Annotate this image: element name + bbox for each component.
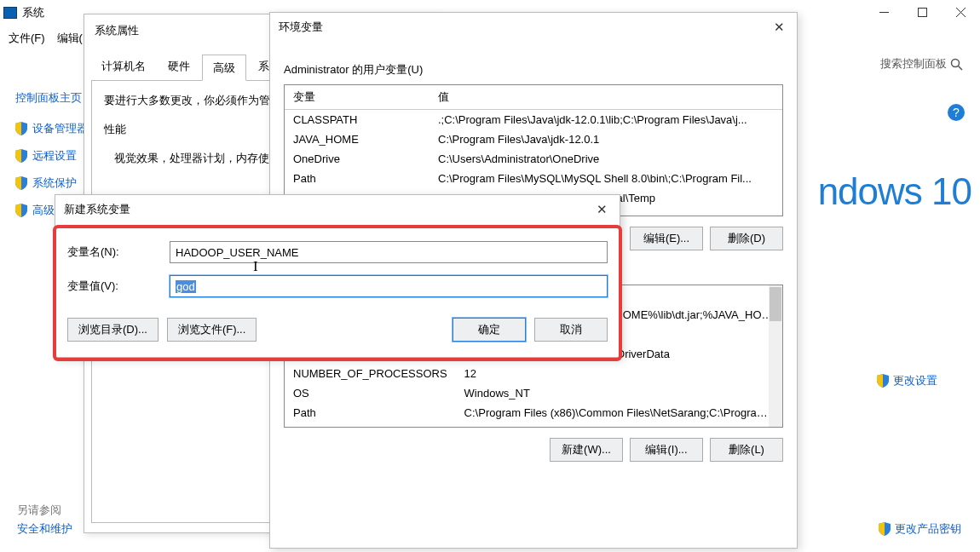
shield-icon [15,149,27,163]
browse-file-button[interactable]: 浏览文件(F)... [167,318,257,342]
var-value-cell: C:\Program Files (x86)\Common Files\NetS… [456,403,782,423]
edit-user-var-button[interactable]: 编辑(E)... [630,227,703,250]
windows-10-branding: ndows 10 [818,170,971,213]
col-val[interactable]: 值 [429,85,782,110]
search-placeholder: 搜索控制面板 [880,56,947,72]
tab-computer-name[interactable]: 计算机名 [91,54,156,80]
search-icon [950,58,963,71]
new-system-variable-dialog: 新建系统变量 ✕ 变量名(N): 变量值(V): god 浏览目录(D)... … [55,194,620,358]
table-row[interactable]: JAVA_HOMEC:\Program Files\Java\jdk-12.0.… [285,129,782,149]
see-also-label: 另请参阅 [17,503,61,518]
var-value-cell: C:\Program Files\MySQL\MySQL Shell 8.0\b… [429,169,782,188]
help-icon[interactable]: ? [948,104,965,121]
table-row[interactable]: PathC:\Program Files (x86)\Common Files\… [285,403,782,423]
change-settings-link[interactable]: 更改设置 [877,373,937,388]
tab-hardware[interactable]: 硬件 [158,54,200,80]
var-name-input[interactable] [170,241,608,263]
var-name-cell: Path [285,169,429,188]
var-name-cell: OS [285,383,456,403]
svg-rect-1 [919,8,927,16]
var-value-label: 变量值(V): [67,279,170,294]
cancel-button[interactable]: 取消 [534,318,608,342]
menu-file[interactable]: 文件(F) [9,31,45,46]
env-var-title: 环境变量 [279,20,323,35]
user-vars-label: Administrator 的用户变量(U) [284,62,783,78]
var-value-cell: C:\Users\Administrator\OneDrive [429,149,782,169]
var-value-cell: 12 [456,364,782,383]
var-name-cell: JAVA_HOME [285,129,429,149]
new-sys-var-button[interactable]: 新建(W)... [550,438,623,462]
svg-point-4 [952,59,960,66]
table-row[interactable]: PathC:\Program Files\MySQL\MySQL Shell 8… [285,169,782,188]
var-name-label: 变量名(N): [67,244,170,260]
table-row[interactable]: OSWindows_NT [285,383,782,403]
system-title: 系统 [22,5,44,20]
var-name-cell: Path [285,403,456,423]
edit-sys-var-button[interactable]: 编辑(I)... [630,438,703,462]
tab-advanced[interactable]: 高级 [202,55,246,81]
search-box[interactable]: 搜索控制面板 [880,56,963,72]
table-row[interactable]: CLASSPATH.;C:\Program Files\Java\jdk-12.… [285,110,782,130]
var-name-cell: CLASSPATH [285,110,429,130]
var-value-cell: C:\Program Files\Java\jdk-12.0.1 [429,129,782,149]
var-value-cell: Windows_NT [456,383,782,403]
close-icon[interactable]: ✕ [770,20,788,35]
table-row[interactable]: NUMBER_OF_PROCESSORS12 [285,364,782,383]
shield-icon [877,374,889,388]
close-icon[interactable]: ✕ [593,202,611,217]
scrollbar-thumb[interactable] [770,287,781,321]
svg-line-5 [959,66,963,70]
system-icon [3,7,17,19]
sidebar-item-label: 设备管理器 [32,121,88,136]
text-cursor-icon: I [253,258,258,275]
table-row[interactable]: OneDriveC:\Users\Administrator\OneDrive [285,149,782,169]
security-maintenance-link[interactable]: 安全和维护 [17,521,72,537]
shield-icon [15,122,27,135]
change-product-key-link[interactable]: 更改产品密钥 [879,521,961,537]
newvar-title: 新建系统变量 [64,202,130,217]
sidebar-item-label: 远程设置 [32,148,77,164]
minimize-button[interactable] [865,0,903,24]
var-value-text: god [176,280,196,293]
scrollbar[interactable] [769,285,782,427]
close-button[interactable] [942,0,980,24]
var-name-cell: OneDrive [285,149,429,169]
browse-dir-button[interactable]: 浏览目录(D)... [67,318,159,342]
var-name-cell: NUMBER_OF_PROCESSORS [285,364,456,383]
sidebar-item-label: 系统保护 [32,175,77,191]
col-var[interactable]: 变量 [285,85,429,110]
var-value-cell: .;C:\Program Files\Java\jdk-12.0.1\lib;C… [429,110,782,130]
delete-user-var-button[interactable]: 删除(D) [710,227,783,250]
shield-icon [15,204,27,217]
shield-icon [15,176,27,190]
window-controls [865,0,980,24]
maximize-button[interactable] [903,0,942,24]
var-value-input[interactable]: god [170,275,608,297]
delete-sys-var-button[interactable]: 删除(L) [710,438,783,462]
shield-icon [879,522,891,536]
ok-button[interactable]: 确定 [453,318,526,342]
